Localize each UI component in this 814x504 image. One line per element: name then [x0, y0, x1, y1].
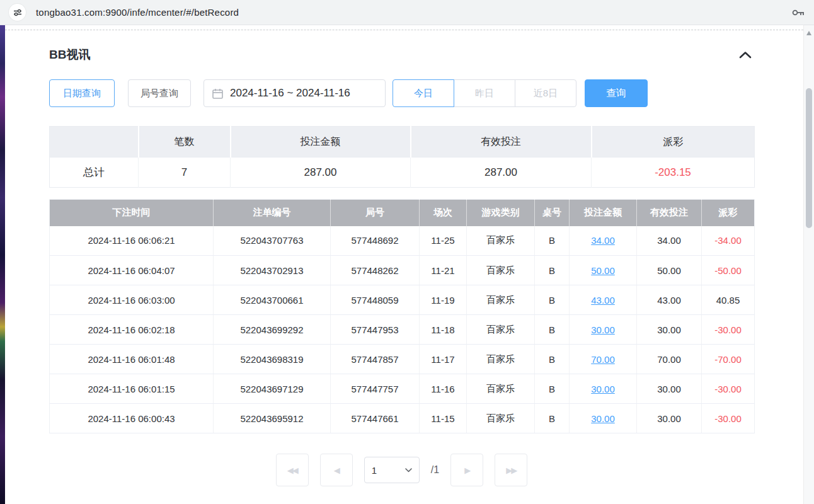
summary-total-label: 总计 — [50, 158, 139, 188]
cell-bet-amount: 30.00 — [570, 404, 637, 433]
bet-amount-link[interactable]: 30.00 — [591, 384, 615, 394]
bet-amount-link[interactable]: 43.00 — [591, 295, 615, 306]
chevron-down-icon — [405, 468, 412, 472]
page: BB视讯 日期查询 局号查询 — [0, 25, 814, 504]
cell-bet-time: 2024-11-16 06:02:18 — [50, 315, 214, 345]
cell-session: 11-21 — [420, 256, 467, 285]
cell-session: 11-15 — [420, 404, 467, 433]
cell-bet-time: 2024-11-16 06:03:00 — [50, 285, 214, 315]
cell-game-type: 百家乐 — [467, 226, 535, 256]
summary-column-header: 笔数 — [139, 127, 231, 158]
collapse-button[interactable] — [737, 49, 754, 61]
cell-table-no: B — [535, 285, 570, 315]
scrollbar[interactable] — [803, 25, 814, 504]
cell-bet-amount: 43.00 — [570, 285, 637, 315]
search-button[interactable]: 查询 — [585, 79, 648, 107]
bet-amount-link[interactable]: 70.00 — [591, 354, 615, 365]
url-text[interactable]: tongbao31.com:9900/infe/mcenter/#/betRec… — [36, 7, 239, 18]
date-range-picker[interactable]: 2024-11-16 ~ 2024-11-16 — [203, 79, 386, 107]
cell-bet-amount: 30.00 — [570, 315, 637, 345]
quick-date-button-group: 今日 昨日 近8日 — [393, 79, 576, 107]
cell-session: 11-18 — [420, 315, 467, 345]
password-manager-button[interactable] — [791, 8, 805, 18]
cell-bet-time: 2024-11-16 06:04:07 — [50, 256, 214, 285]
last-8-days-button[interactable]: 近8日 — [515, 79, 576, 107]
cell-session: 11-19 — [420, 285, 467, 315]
cell-session: 11-17 — [420, 345, 467, 374]
summary-payout: -203.15 — [592, 158, 755, 188]
background-page-strip — [0, 25, 5, 504]
bet-column-header: 桌号 — [535, 200, 570, 226]
bet-column-header: 投注金额 — [570, 200, 637, 226]
round-query-button[interactable]: 局号查询 — [128, 79, 191, 107]
cell-game-type: 百家乐 — [467, 374, 535, 404]
cell-bet-time: 2024-11-16 06:01:15 — [50, 374, 214, 404]
cell-payout: -30.00 — [702, 315, 755, 345]
cell-session: 11-16 — [420, 374, 467, 404]
cell-valid-bet: 43.00 — [637, 285, 702, 315]
panel-title: BB视讯 — [49, 47, 90, 63]
calendar-icon — [212, 88, 223, 99]
cell-order-no: 522043695912 — [214, 404, 331, 433]
cell-game-type: 百家乐 — [467, 285, 535, 315]
today-button[interactable]: 今日 — [393, 79, 454, 107]
cell-game-type: 百家乐 — [467, 345, 535, 374]
cell-table-no: B — [535, 226, 570, 256]
date-query-button[interactable]: 日期查询 — [49, 79, 115, 107]
pagination: ◀◀ ◀ 1 /1 ▶ ▶▶ — [49, 454, 754, 486]
cell-round-no: 577448059 — [331, 285, 420, 315]
bet-amount-link[interactable]: 34.00 — [591, 235, 615, 246]
cell-table-no: B — [535, 256, 570, 285]
table-row: 2024-11-16 06:06:21 522043707763 5774486… — [50, 226, 755, 256]
cell-order-no: 522043698319 — [214, 345, 331, 374]
cell-valid-bet: 30.00 — [637, 374, 702, 404]
table-row: 2024-11-16 06:01:48 522043698319 5774478… — [50, 345, 755, 374]
cell-valid-bet: 34.00 — [637, 226, 702, 256]
next-page-button[interactable]: ▶ — [450, 454, 483, 486]
bet-amount-link[interactable]: 50.00 — [591, 265, 615, 276]
bet-amount-link[interactable]: 30.00 — [591, 413, 615, 424]
left-arrow-icon: ◀ — [334, 466, 339, 475]
cell-valid-bet: 70.00 — [637, 345, 702, 374]
scrollbar-thumb[interactable] — [806, 88, 812, 228]
cell-round-no: 577448262 — [331, 256, 420, 285]
browser-address-bar: tongbao31.com:9900/infe/mcenter/#/betRec… — [0, 0, 814, 25]
cell-round-no: 577447857 — [331, 345, 420, 374]
site-info-button[interactable] — [9, 4, 26, 21]
cell-round-no: 577447757 — [331, 374, 420, 404]
cell-order-no: 522043697129 — [214, 374, 331, 404]
page-select-value: 1 — [372, 465, 377, 476]
scrollbar-up-arrow-icon[interactable] — [806, 31, 811, 35]
cell-payout: -34.00 — [702, 226, 755, 256]
cell-bet-time: 2024-11-16 06:06:21 — [50, 226, 214, 256]
cell-bet-amount: 70.00 — [570, 345, 637, 374]
last-page-button[interactable]: ▶▶ — [495, 454, 527, 486]
cell-payout: -50.00 — [702, 256, 755, 285]
cell-order-no: 522043699292 — [214, 315, 331, 345]
yesterday-button[interactable]: 昨日 — [454, 79, 515, 107]
cell-game-type: 百家乐 — [467, 256, 535, 285]
bet-column-header: 游戏类别 — [467, 200, 535, 226]
table-row: 2024-11-16 06:01:15 522043697129 5774477… — [50, 374, 755, 404]
cell-bet-amount: 34.00 — [570, 226, 637, 256]
cell-payout: -30.00 — [702, 374, 755, 404]
prev-page-button[interactable]: ◀ — [320, 454, 353, 486]
cell-order-no: 522043702913 — [214, 256, 331, 285]
summary-bet-amount: 287.00 — [231, 158, 411, 188]
bet-column-header: 场次 — [420, 200, 467, 226]
page-total: /1 — [431, 464, 439, 476]
tune-icon — [13, 8, 22, 17]
bet-column-header: 注单编号 — [214, 200, 331, 226]
bet-table-header-row: 下注时间注单编号局号场次游戏类别桌号投注金额有效投注派彩 — [50, 200, 755, 226]
page-select[interactable]: 1 — [364, 457, 420, 483]
cell-game-type: 百家乐 — [467, 404, 535, 433]
key-icon — [791, 8, 805, 18]
table-row: 2024-11-16 06:03:00 522043700661 5774480… — [50, 285, 755, 315]
bet-table: 下注时间注单编号局号场次游戏类别桌号投注金额有效投注派彩 2024-11-16 … — [49, 199, 755, 433]
first-page-button[interactable]: ◀◀ — [276, 454, 309, 486]
bet-amount-link[interactable]: 30.00 — [591, 324, 615, 335]
summary-column-header: 有效投注 — [411, 127, 592, 158]
summary-count: 7 — [139, 158, 231, 188]
bet-table-body: 2024-11-16 06:06:21 522043707763 5774486… — [50, 226, 755, 433]
chevron-up-icon — [739, 51, 752, 59]
